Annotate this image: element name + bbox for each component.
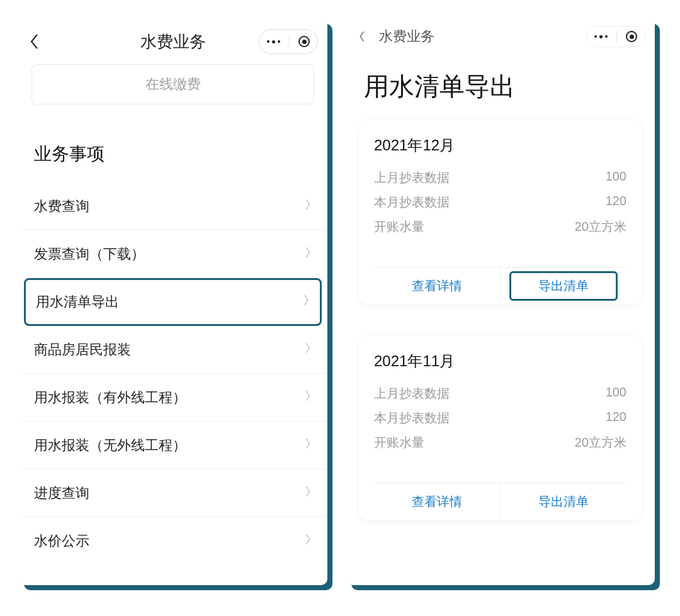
close-target-icon[interactable]: [626, 31, 637, 42]
list-item-label: 发票查询（下载）: [34, 245, 145, 264]
titlebar: 水费业务: [19, 19, 327, 64]
card-title: 2021年11月: [374, 351, 626, 371]
online-pay-label: 在线缴费: [145, 75, 201, 94]
wechat-capsule[interactable]: [586, 26, 645, 47]
list-item-label: 水价公示: [34, 532, 89, 551]
list-item-export-water-list[interactable]: 用水清单导出: [24, 278, 322, 326]
more-icon[interactable]: [267, 40, 280, 43]
card-actions: 查看详情导出清单: [374, 267, 626, 305]
list-item[interactable]: 发票查询（下载）: [19, 230, 327, 278]
screen-water-business: 水费业务 在线缴费 业务事项 水费查询发票查询（下载）用水清单导出商品房居民报装…: [19, 19, 327, 585]
back-icon[interactable]: [28, 35, 40, 48]
row-prev-meter: 上月抄表数据100: [374, 381, 626, 406]
row-value: 120: [606, 194, 626, 211]
close-target-icon[interactable]: [298, 36, 310, 47]
row-label: 上月抄表数据: [374, 385, 450, 402]
row-label: 开账水量: [374, 218, 424, 235]
row-label: 本月抄表数据: [374, 194, 450, 211]
list-item[interactable]: 用水报装（有外线工程）: [19, 374, 327, 422]
section-title: 业务事项: [19, 111, 327, 182]
action-label: 查看详情: [412, 277, 462, 294]
list-item[interactable]: 用水报装（无外线工程）: [19, 422, 327, 469]
card-actions: 查看详情导出清单: [374, 483, 626, 520]
export-list-button[interactable]: 导出清单: [500, 267, 626, 305]
view-details-button[interactable]: 查看详情: [374, 267, 500, 305]
row-label: 开账水量: [374, 434, 424, 451]
row-label: 上月抄表数据: [374, 169, 450, 186]
business-list: 水费查询发票查询（下载）用水清单导出商品房居民报装用水报装（有外线工程）用水报装…: [19, 182, 327, 565]
action-label: 查看详情: [412, 493, 462, 510]
capsule-divider: [616, 30, 617, 43]
chevron-right-icon: [305, 198, 312, 215]
card-title: 2021年12月: [374, 135, 626, 155]
online-pay-button[interactable]: 在线缴费: [31, 64, 314, 104]
chevron-right-icon: [305, 389, 312, 406]
row-value: 100: [606, 169, 626, 186]
list-item-label: 商品房居民报装: [34, 340, 131, 359]
usage-card: 2021年12月上月抄表数据100本月抄表数据120开账水量20立方米查看详情导…: [359, 120, 642, 305]
chevron-right-icon: [303, 294, 310, 310]
row-value: 20立方米: [575, 434, 626, 451]
chevron-right-icon: [305, 246, 312, 262]
usage-card: 2021年11月上月抄表数据100本月抄表数据120开账水量20立方米查看详情导…: [359, 336, 642, 520]
row-this-meter: 本月抄表数据120: [374, 190, 626, 215]
list-item[interactable]: 水费查询: [19, 182, 327, 230]
list-item-label: 进度查询: [34, 484, 89, 503]
action-label: 导出清单: [538, 493, 589, 510]
row-this-meter: 本月抄表数据120: [374, 406, 626, 430]
chevron-right-icon: [305, 437, 312, 454]
header-title: 水费业务: [379, 27, 434, 46]
export-list-button[interactable]: 导出清单: [500, 483, 626, 520]
list-item-label: 用水报装（无外线工程）: [34, 436, 186, 455]
capsule-divider: [289, 35, 290, 48]
back-icon[interactable]: [355, 30, 368, 43]
list-item[interactable]: 水价公示: [19, 517, 327, 565]
view-details-button[interactable]: 查看详情: [374, 483, 500, 520]
more-icon[interactable]: [594, 35, 608, 38]
list-item-label: 水费查询: [34, 197, 89, 216]
page-heading: 用水清单导出: [346, 54, 654, 120]
chevron-right-icon: [305, 485, 312, 501]
usage-card-list: 2021年12月上月抄表数据100本月抄表数据120开账水量20立方米查看详情导…: [346, 120, 654, 520]
chevron-right-icon: [305, 533, 312, 549]
row-value: 100: [606, 385, 626, 402]
row-prev-meter: 上月抄表数据100: [374, 165, 626, 190]
action-label: 导出清单: [538, 277, 589, 294]
wechat-capsule[interactable]: [259, 29, 318, 54]
row-billed-amount: 开账水量20立方米: [374, 430, 626, 455]
list-item-label: 用水报装（有外线工程）: [34, 388, 186, 407]
row-value: 120: [606, 410, 626, 427]
screen-export-water-list: 水费业务 用水清单导出 2021年12月上月抄表数据100本月抄表数据120开账…: [346, 19, 655, 585]
list-item[interactable]: 商品房居民报装: [19, 326, 327, 374]
row-value: 20立方米: [575, 218, 626, 235]
titlebar: 水费业务: [346, 19, 654, 54]
list-item-label: 用水清单导出: [36, 293, 119, 311]
list-item[interactable]: 进度查询: [19, 469, 327, 517]
online-pay-card: 在线缴费: [19, 64, 327, 111]
chevron-right-icon: [305, 342, 312, 358]
row-label: 本月抄表数据: [374, 410, 450, 427]
row-billed-amount: 开账水量20立方米: [374, 215, 626, 239]
